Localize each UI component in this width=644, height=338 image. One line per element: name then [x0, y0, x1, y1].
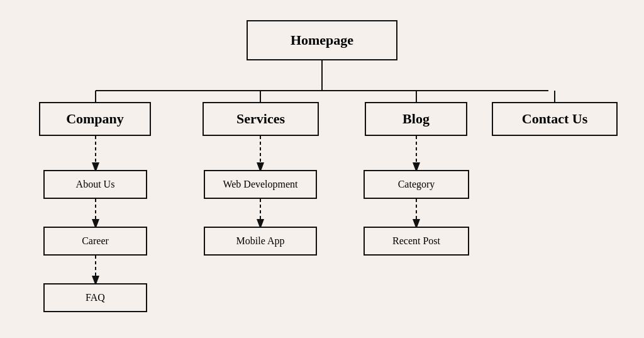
- webdev-node: Web Development: [204, 170, 317, 199]
- sitemap-diagram: Homepage Company Services Blog Contact U…: [14, 9, 630, 330]
- company-node: Company: [39, 102, 151, 136]
- recentpost-node: Recent Post: [364, 227, 469, 256]
- category-node: Category: [364, 170, 469, 199]
- services-node: Services: [203, 102, 319, 136]
- homepage-node: Homepage: [247, 20, 397, 60]
- career-node: Career: [43, 227, 147, 256]
- mobileapp-node: Mobile App: [204, 227, 317, 256]
- blog-node: Blog: [365, 102, 467, 136]
- faq-node: FAQ: [43, 283, 147, 312]
- contact-node: Contact Us: [492, 102, 618, 136]
- about-node: About Us: [43, 170, 147, 199]
